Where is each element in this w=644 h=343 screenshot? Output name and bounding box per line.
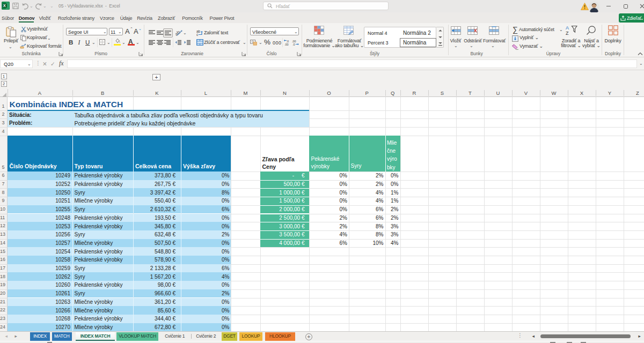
svg-text:,00: ,00: [284, 43, 289, 46]
svg-text:X: X: [3, 3, 6, 8]
svg-text:Z: Z: [566, 31, 569, 35]
svg-text:A: A: [566, 25, 569, 31]
svg-text:,0: ,0: [292, 43, 295, 46]
svg-text:ab: ab: [175, 29, 181, 36]
